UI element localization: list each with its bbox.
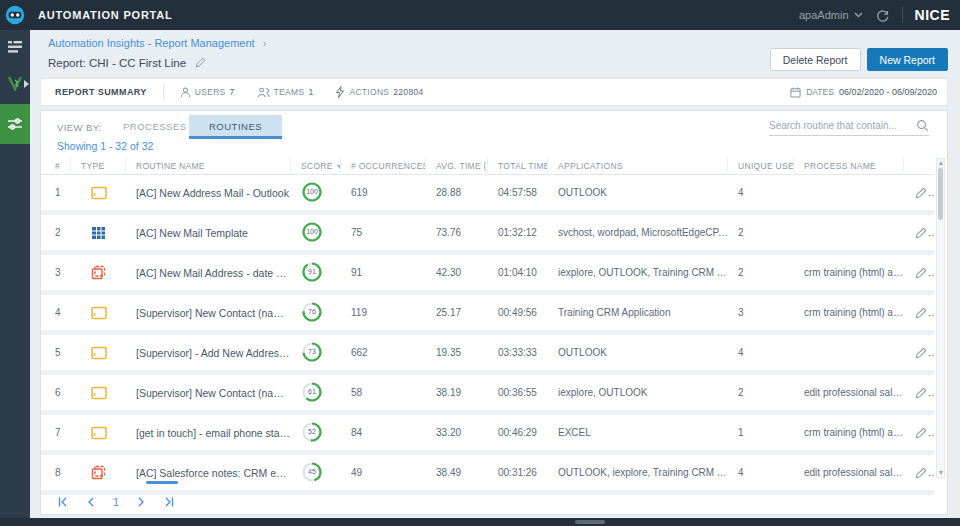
cell-occurrences: 662: [341, 347, 426, 358]
sidebar-item-settings[interactable]: [0, 104, 30, 144]
cell-avg-time: 73.76: [426, 227, 488, 238]
last-page-button[interactable]: [163, 496, 175, 508]
score-value: 52: [301, 421, 323, 443]
tab-routines[interactable]: ROUTINES: [189, 115, 282, 139]
current-page[interactable]: 1: [113, 496, 119, 508]
cell-unique-users: 2: [728, 227, 794, 238]
table-row[interactable]: 5 [Supervisor] - Add New Address Excel: [41, 335, 934, 370]
scroll-up-icon[interactable]: [937, 159, 944, 167]
col-routine-name[interactable]: ROUTINE NAME: [126, 157, 291, 175]
users-stat[interactable]: USERS 7: [180, 87, 235, 98]
prev-page-button[interactable]: [85, 496, 97, 508]
sidebar-item-automation-finder[interactable]: [0, 64, 30, 104]
dates-range[interactable]: DATES 06/02/2020 - 06/09/2020: [790, 87, 937, 98]
col-occurrences[interactable]: # OCCURRENCES: [341, 157, 426, 175]
cell-edit: [904, 386, 934, 400]
report-summary-tab[interactable]: REPORT SUMMARY: [55, 87, 147, 97]
actions-count: 220804: [393, 87, 423, 97]
col-type[interactable]: TYPE: [71, 157, 126, 175]
teams-stat[interactable]: TEAMS 1: [257, 87, 314, 98]
teams-icon: [257, 87, 270, 98]
cell-edit: [904, 466, 934, 480]
score-ring: 61: [301, 381, 323, 403]
col-score[interactable]: SCORE: [291, 157, 341, 175]
cell-type: [71, 465, 126, 480]
automation-finder-icon: [7, 75, 23, 93]
scrollbar-thumb[interactable]: [938, 168, 943, 220]
breadcrumb-link[interactable]: Automation Insights - Report Management: [48, 37, 255, 49]
col-unique-users[interactable]: UNIQUE USERS: [728, 157, 794, 175]
cell-routine-name: [AC] Salesforce notes: CRM email copy ..…: [126, 467, 291, 479]
col-avg-time[interactable]: AVG. TIME (SEC): [426, 157, 488, 175]
horizontal-scrollbar-thumb[interactable]: [146, 481, 178, 484]
score-value: 45: [301, 461, 323, 483]
table-row[interactable]: 2 [AC] New Mail Template: [41, 215, 934, 250]
cell-type: [71, 306, 126, 320]
edit-icon[interactable]: [914, 466, 928, 480]
cell-score: 76: [291, 301, 341, 325]
edit-icon[interactable]: [914, 266, 928, 280]
lightning-icon: [335, 86, 345, 98]
edit-report-icon[interactable]: [194, 56, 207, 69]
scroll-down-icon[interactable]: [937, 469, 944, 477]
cell-avg-time: 33.20: [426, 427, 488, 438]
table-row[interactable]: 6 [Supervisor] New Contact (name and p..…: [41, 375, 934, 410]
search-input[interactable]: [769, 120, 916, 131]
col-number[interactable]: #: [41, 157, 71, 175]
window-type-icon: [91, 186, 107, 200]
edit-icon[interactable]: [914, 426, 928, 440]
cell-unique-users: 4: [728, 467, 794, 478]
sidebar-item-reports[interactable]: [0, 30, 30, 64]
table-row[interactable]: 8 [AC] Salesforce notes: CRM email copy …: [41, 455, 934, 490]
col-edit: [904, 157, 934, 175]
vertical-scrollbar[interactable]: [936, 158, 945, 478]
table-row[interactable]: 3 [AC] New Mail Address - date + email +…: [41, 255, 934, 290]
report-list-icon: [8, 41, 22, 53]
edit-icon[interactable]: [914, 226, 928, 240]
actions-stat[interactable]: ACTIONS 220804: [335, 86, 423, 98]
delete-report-button[interactable]: Delete Report: [770, 48, 861, 71]
main-content: Automation Insights - Report Management …: [30, 30, 960, 518]
edit-icon[interactable]: [914, 346, 928, 360]
table-row[interactable]: 1 [AC] New Address Mail - Outlook: [41, 175, 934, 210]
cell-edit: [904, 346, 934, 360]
first-page-button[interactable]: [57, 496, 69, 508]
cell-process-name: crm training (html) add...: [794, 307, 904, 318]
cell-total-time: 03:33:33: [488, 347, 548, 358]
cell-edit: [904, 266, 934, 280]
cell-edit: [904, 426, 934, 440]
cell-type: [71, 265, 126, 280]
cell-number: 5: [41, 347, 71, 358]
cell-unique-users: 2: [728, 387, 794, 398]
new-report-button[interactable]: New Report: [867, 48, 948, 71]
cell-score: 100: [291, 181, 341, 205]
user-menu[interactable]: apaAdmin: [799, 9, 863, 21]
edit-icon[interactable]: [914, 186, 928, 200]
next-page-button[interactable]: [135, 496, 147, 508]
table-row[interactable]: 7 [get in touch] - email phone state cou…: [41, 415, 934, 450]
score-ring: 73: [301, 341, 323, 363]
page-hscroll-thumb[interactable]: [575, 520, 605, 524]
search-icon[interactable]: [916, 119, 929, 132]
left-sidebar: [0, 30, 30, 518]
cell-edit: [904, 226, 934, 240]
edit-icon[interactable]: [914, 306, 928, 320]
col-process-name[interactable]: PROCESS NAME: [794, 157, 904, 175]
table-row[interactable]: 4 [Supervisor] New Contact (name and p..…: [41, 295, 934, 330]
edit-icon[interactable]: [914, 386, 928, 400]
cell-avg-time: 19.35: [426, 347, 488, 358]
cell-total-time: 00:31:26: [488, 467, 548, 478]
robot-logo-icon[interactable]: [4, 4, 26, 26]
refresh-icon[interactable]: [875, 8, 890, 23]
cell-unique-users: 4: [728, 347, 794, 358]
flyout-arrow-icon: [24, 80, 29, 88]
cell-score: 73: [291, 341, 341, 365]
cell-number: 2: [41, 227, 71, 238]
cell-routine-name: [get in touch] - email phone state coun.…: [126, 427, 291, 439]
window-type-icon: [91, 346, 107, 360]
cell-edit: [904, 186, 934, 200]
col-applications[interactable]: APPLICATIONS: [548, 157, 728, 175]
col-total-time[interactable]: TOTAL TIME: [488, 157, 548, 175]
cell-type: [71, 426, 126, 440]
cell-number: 8: [41, 467, 71, 478]
